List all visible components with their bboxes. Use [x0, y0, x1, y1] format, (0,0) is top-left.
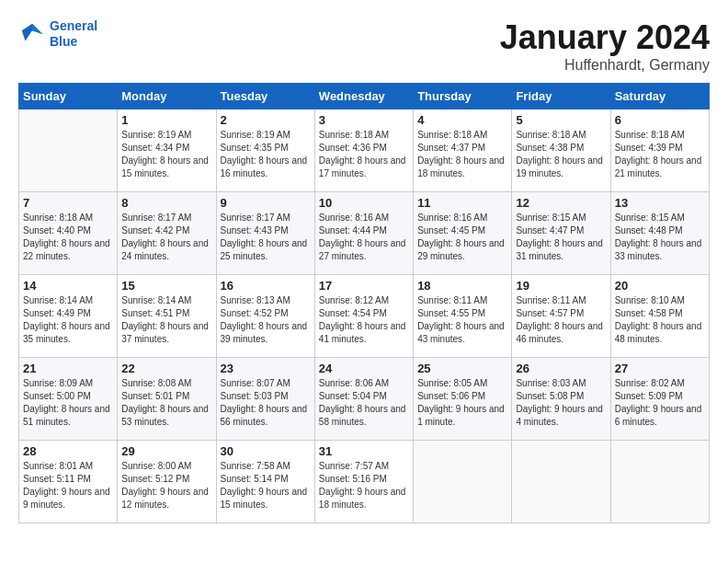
- calendar-cell: 16Sunrise: 8:13 AMSunset: 4:52 PMDayligh…: [216, 275, 314, 358]
- day-number: 10: [319, 196, 409, 210]
- calendar-cell: 18Sunrise: 8:11 AMSunset: 4:55 PMDayligh…: [414, 275, 512, 358]
- calendar-cell: 4Sunrise: 8:18 AMSunset: 4:37 PMDaylight…: [414, 109, 512, 192]
- day-number: 23: [221, 362, 311, 375]
- calendar-cell: 2Sunrise: 8:19 AMSunset: 4:35 PMDaylight…: [216, 109, 314, 192]
- day-info: Sunrise: 8:09 AMSunset: 5:00 PMDaylight:…: [23, 377, 113, 429]
- day-number: 16: [221, 279, 311, 293]
- day-number: 8: [121, 196, 211, 210]
- calendar-cell: 10Sunrise: 8:16 AMSunset: 4:44 PMDayligh…: [314, 192, 413, 275]
- day-number: 24: [319, 362, 409, 375]
- day-info: Sunrise: 8:15 AMSunset: 4:47 PMDaylight:…: [516, 212, 606, 263]
- day-info: Sunrise: 8:14 AMSunset: 4:49 PMDaylight:…: [23, 294, 113, 346]
- calendar-cell: 17Sunrise: 8:12 AMSunset: 4:54 PMDayligh…: [314, 275, 413, 358]
- day-info: Sunrise: 8:12 AMSunset: 4:54 PMDaylight:…: [319, 294, 409, 346]
- day-info: Sunrise: 8:14 AMSunset: 4:51 PMDaylight:…: [121, 294, 211, 346]
- day-number: 19: [516, 279, 606, 293]
- day-number: 25: [417, 362, 507, 375]
- calendar-cell: 30Sunrise: 7:58 AMSunset: 5:14 PMDayligh…: [216, 441, 314, 523]
- calendar-cell: 22Sunrise: 8:08 AMSunset: 5:01 PMDayligh…: [118, 358, 216, 441]
- day-info: Sunrise: 8:17 AMSunset: 4:43 PMDaylight:…: [221, 212, 311, 263]
- month-title: January 2024: [500, 18, 710, 57]
- day-info: Sunrise: 8:16 AMSunset: 4:44 PMDaylight:…: [319, 212, 409, 263]
- day-number: 30: [221, 444, 311, 458]
- day-info: Sunrise: 8:18 AMSunset: 4:39 PMDaylight:…: [615, 129, 705, 180]
- day-number: 2: [221, 113, 311, 127]
- calendar-cell: 12Sunrise: 8:15 AMSunset: 4:47 PMDayligh…: [512, 192, 610, 275]
- day-info: Sunrise: 8:10 AMSunset: 4:58 PMDaylight:…: [615, 294, 705, 346]
- day-info: Sunrise: 8:18 AMSunset: 4:36 PMDaylight:…: [319, 129, 409, 180]
- day-info: Sunrise: 8:06 AMSunset: 5:04 PMDaylight:…: [319, 377, 409, 429]
- week-row-0: 1Sunrise: 8:19 AMSunset: 4:34 PMDaylight…: [19, 109, 710, 192]
- day-info: Sunrise: 8:08 AMSunset: 5:01 PMDaylight:…: [121, 377, 211, 429]
- calendar-cell: 13Sunrise: 8:15 AMSunset: 4:48 PMDayligh…: [610, 192, 709, 275]
- day-info: Sunrise: 8:18 AMSunset: 4:40 PMDaylight:…: [23, 212, 113, 263]
- calendar-cell: 1Sunrise: 8:19 AMSunset: 4:34 PMDaylight…: [118, 109, 216, 192]
- day-info: Sunrise: 8:15 AMSunset: 4:48 PMDaylight:…: [615, 212, 705, 263]
- calendar-cell: [512, 441, 610, 523]
- weekday-header-saturday: Saturday: [610, 84, 709, 109]
- calendar-cell: 15Sunrise: 8:14 AMSunset: 4:51 PMDayligh…: [118, 275, 216, 358]
- day-number: 29: [121, 444, 211, 458]
- day-info: Sunrise: 8:01 AMSunset: 5:11 PMDaylight:…: [23, 460, 113, 511]
- day-info: Sunrise: 8:00 AMSunset: 5:12 PMDaylight:…: [121, 460, 211, 511]
- calendar-cell: 29Sunrise: 8:00 AMSunset: 5:12 PMDayligh…: [118, 441, 216, 523]
- weekday-header-wednesday: Wednesday: [314, 84, 413, 109]
- calendar-cell: [414, 441, 512, 523]
- day-number: 28: [23, 444, 113, 458]
- day-info: Sunrise: 8:11 AMSunset: 4:57 PMDaylight:…: [516, 294, 606, 346]
- calendar-cell: [610, 441, 709, 523]
- day-info: Sunrise: 7:58 AMSunset: 5:14 PMDaylight:…: [221, 460, 311, 511]
- day-number: 20: [615, 279, 705, 293]
- calendar-table: SundayMondayTuesdayWednesdayThursdayFrid…: [18, 83, 710, 523]
- calendar-cell: 20Sunrise: 8:10 AMSunset: 4:58 PMDayligh…: [610, 275, 709, 358]
- day-number: 26: [516, 362, 606, 375]
- calendar-header: SundayMondayTuesdayWednesdayThursdayFrid…: [19, 84, 710, 109]
- calendar-cell: 11Sunrise: 8:16 AMSunset: 4:45 PMDayligh…: [414, 192, 512, 275]
- calendar-cell: 14Sunrise: 8:14 AMSunset: 4:49 PMDayligh…: [19, 275, 118, 358]
- day-number: 9: [221, 196, 311, 210]
- calendar-body: 1Sunrise: 8:19 AMSunset: 4:34 PMDaylight…: [19, 109, 710, 523]
- weekday-header-monday: Monday: [118, 84, 216, 109]
- day-number: 4: [417, 113, 507, 127]
- day-info: Sunrise: 8:19 AMSunset: 4:35 PMDaylight:…: [221, 129, 311, 180]
- logo: General Blue: [18, 18, 97, 50]
- day-number: 31: [319, 444, 409, 458]
- calendar-cell: 21Sunrise: 8:09 AMSunset: 5:00 PMDayligh…: [19, 358, 118, 441]
- title-block: January 2024 Huffenhardt, Germany: [500, 18, 710, 74]
- day-info: Sunrise: 8:02 AMSunset: 5:09 PMDaylight:…: [615, 377, 705, 429]
- weekday-header-tuesday: Tuesday: [216, 84, 314, 109]
- day-info: Sunrise: 7:57 AMSunset: 5:16 PMDaylight:…: [319, 460, 409, 511]
- calendar-cell: 7Sunrise: 8:18 AMSunset: 4:40 PMDaylight…: [19, 192, 118, 275]
- logo-line1: General: [50, 18, 97, 33]
- calendar-cell: 19Sunrise: 8:11 AMSunset: 4:57 PMDayligh…: [512, 275, 610, 358]
- day-number: 14: [23, 279, 113, 293]
- calendar-cell: 6Sunrise: 8:18 AMSunset: 4:39 PMDaylight…: [610, 109, 709, 192]
- day-info: Sunrise: 8:18 AMSunset: 4:38 PMDaylight:…: [516, 129, 606, 180]
- day-number: 21: [23, 362, 113, 375]
- day-number: 11: [417, 196, 507, 210]
- day-number: 3: [319, 113, 409, 127]
- weekday-header-thursday: Thursday: [414, 84, 512, 109]
- weekday-header-sunday: Sunday: [19, 84, 118, 109]
- calendar-cell: [19, 109, 118, 192]
- logo-icon: [18, 20, 46, 48]
- svg-marker-1: [32, 24, 42, 34]
- week-row-3: 21Sunrise: 8:09 AMSunset: 5:00 PMDayligh…: [19, 358, 710, 441]
- day-number: 22: [121, 362, 211, 375]
- calendar-cell: 8Sunrise: 8:17 AMSunset: 4:42 PMDaylight…: [118, 192, 216, 275]
- calendar-cell: 31Sunrise: 7:57 AMSunset: 5:16 PMDayligh…: [314, 441, 413, 523]
- day-info: Sunrise: 8:07 AMSunset: 5:03 PMDaylight:…: [221, 377, 311, 429]
- day-number: 15: [121, 279, 211, 293]
- day-info: Sunrise: 8:05 AMSunset: 5:06 PMDaylight:…: [417, 377, 507, 429]
- day-info: Sunrise: 8:16 AMSunset: 4:45 PMDaylight:…: [417, 212, 507, 263]
- logo-text: General Blue: [50, 18, 97, 50]
- weekday-header-row: SundayMondayTuesdayWednesdayThursdayFrid…: [19, 84, 710, 109]
- calendar-cell: 5Sunrise: 8:18 AMSunset: 4:38 PMDaylight…: [512, 109, 610, 192]
- calendar-cell: 23Sunrise: 8:07 AMSunset: 5:03 PMDayligh…: [216, 358, 314, 441]
- day-number: 17: [319, 279, 409, 293]
- day-info: Sunrise: 8:13 AMSunset: 4:52 PMDaylight:…: [221, 294, 311, 346]
- day-number: 5: [516, 113, 606, 127]
- week-row-2: 14Sunrise: 8:14 AMSunset: 4:49 PMDayligh…: [19, 275, 710, 358]
- day-info: Sunrise: 8:18 AMSunset: 4:37 PMDaylight:…: [417, 129, 507, 180]
- location: Huffenhardt, Germany: [500, 57, 710, 74]
